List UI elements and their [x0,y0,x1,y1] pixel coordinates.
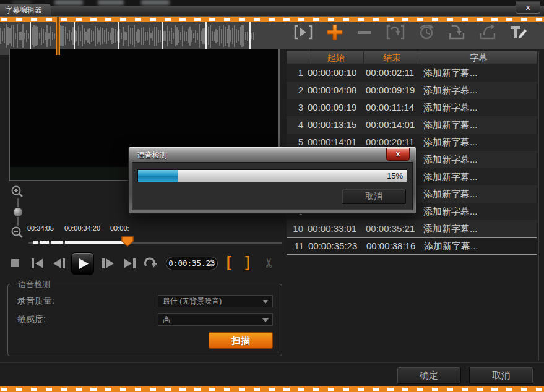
sensitivity-label: 敏感度: [17,314,46,325]
header-index[interactable] [287,51,308,64]
play-button[interactable] [71,252,94,275]
background-blur [54,0,83,5]
subtitle-editor-window: 字幕编辑器 x [0,0,544,392]
row-subtitle: 添加新字幕... [423,134,537,151]
go-to-start-button[interactable] [31,258,44,269]
table-row[interactable]: 200:00:04:0800:00:09:19添加新字幕... [287,82,537,99]
row-index: 10 [287,220,308,237]
row-subtitle: 添加新字幕... [423,82,537,99]
header-start[interactable]: 起始 [308,51,363,64]
row-start: 00:00:09:19 [308,99,366,116]
table-row[interactable]: 300:00:09:1900:00:11:14添加新字幕... [287,99,537,116]
zoom-out-icon[interactable] [11,226,24,239]
export-subtitle-icon[interactable] [478,23,498,41]
edit-text-icon[interactable] [509,23,529,41]
film-sprocket-top [0,17,255,22]
header-subtitle[interactable]: 字幕 [420,51,537,64]
spinner-up-icon[interactable] [209,259,214,262]
table-row[interactable]: 100:00:00:1000:00:02:11添加新字幕... [287,64,537,82]
repeat-button[interactable] [143,257,157,270]
frame-divider [74,22,75,49]
audio-filmstrip[interactable] [0,17,255,55]
spinner-down-icon[interactable] [209,264,214,267]
mark-out-button[interactable]: ] [245,254,250,270]
cut-scissors-icon[interactable]: ✂ [262,257,277,268]
import-subtitle-icon[interactable] [447,23,467,41]
dialog-close-button[interactable]: x [386,148,410,161]
row-subtitle: 添加新字幕... [423,203,537,220]
zoom-slider-knob[interactable] [13,207,23,217]
quality-label: 录音质量: [17,296,54,307]
go-to-end-button[interactable] [123,258,136,269]
row-index: 3 [287,99,308,116]
mark-in-button[interactable]: [ [227,254,231,270]
row-index: 2 [287,82,308,99]
row-index: 4 [287,116,308,134]
row-subtitle: 添加新字幕... [424,238,537,254]
row-start: 00:00:04:08 [308,82,366,99]
playhead-marker[interactable] [121,236,134,247]
window-title: 字幕编辑器 [0,4,51,16]
scan-button[interactable]: 扫描 [209,332,273,349]
row-index: 1 [287,64,308,82]
timeline-timestamp: 00:34:05 [27,224,54,232]
row-subtitle: 添加新字幕... [423,220,537,237]
chevron-down-icon [262,300,269,304]
time-offset-icon[interactable] [417,23,436,41]
table-row[interactable]: 1000:00:33:0100:00:35:21添加新字幕... [287,220,537,237]
row-subtitle: 添加新字幕... [423,168,537,185]
table-header: 起始 结束 字幕 [287,51,537,64]
sensitivity-dropdown[interactable]: 高 [158,313,273,326]
frame-divider [249,22,251,49]
background-blur [98,0,124,5]
timecode-spinner[interactable] [209,259,214,268]
table-row[interactable]: 1100:00:35:2300:00:38:16添加新字幕... [287,237,537,255]
subtitle-toolbar [286,23,537,48]
ok-button[interactable]: 确定 [397,367,461,384]
header-end[interactable]: 结束 [363,51,420,64]
dialog-title: 语音检测 [137,150,167,161]
titlebar: 字幕编辑器 [0,6,544,16]
scrubber-segment [33,241,38,244]
row-end: 00:00:11:14 [366,99,423,116]
next-frame-button[interactable] [101,258,114,269]
audio-waveform [0,22,255,49]
cancel-button[interactable]: 取消 [469,367,533,384]
timecode-value: 0:00:35.23 [168,258,215,268]
clip-boundary [56,17,60,55]
row-start: 00:00:13:15 [308,116,366,134]
progress-percent: 15% [387,170,403,182]
timeline-timestamp: 00:00:34:20 [64,224,100,232]
row-start: 00:00:33:01 [308,220,366,237]
row-end: 00:00:09:19 [366,82,423,99]
table-row[interactable]: 400:00:13:1500:00:14:01添加新字幕... [287,116,537,134]
scan-play-range-icon[interactable] [293,23,313,41]
row-start: 00:00:00:10 [308,64,366,82]
row-end: 00:00:38:16 [366,238,424,254]
scrubber-segment [40,241,49,244]
stop-button[interactable] [11,259,20,268]
remove-subtitle-icon[interactable] [356,23,373,41]
frame-divider [118,22,119,49]
row-end: 00:00:02:11 [366,64,423,82]
close-window-button[interactable]: x [516,1,540,14]
dialog-body: 15% 取消 [132,162,413,210]
scrubber-segment [65,241,124,244]
voice-detection-dialog: 语音检测 x 15% 取消 [128,147,417,214]
timecode-display[interactable]: 0:00:35.23 [166,257,218,270]
zoom-in-icon[interactable] [11,185,24,198]
scrubber-segment [51,241,63,244]
quality-dropdown[interactable]: 最佳 (无背景噪音) [158,295,273,307]
dialog-cancel-button[interactable]: 取消 [342,189,406,204]
footer-separator [0,362,544,363]
chevron-down-icon [262,318,269,322]
row-subtitle: 添加新字幕... [423,64,537,82]
progress-fill [138,170,178,182]
progress-bar: 15% [137,169,407,182]
previous-frame-button[interactable] [53,258,66,269]
voice-detection-legend: 语音检测 [14,279,54,290]
frame-divider [30,22,31,49]
merge-subtitle-icon[interactable] [386,23,405,41]
add-subtitle-icon[interactable] [326,23,343,41]
row-end: 00:00:14:01 [366,116,423,134]
